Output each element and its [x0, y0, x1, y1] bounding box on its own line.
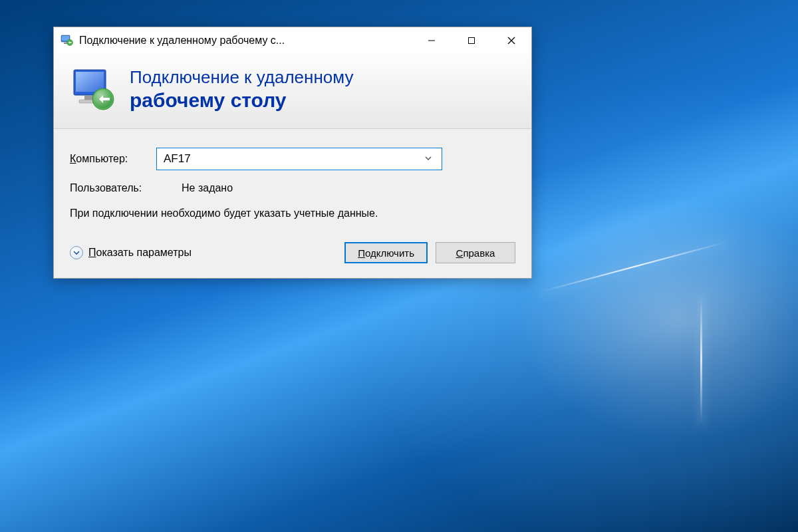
window-title: Подключение к удаленному рабочему с...: [79, 35, 412, 47]
user-label: Пользователь:: [70, 182, 156, 194]
expand-down-icon: [70, 246, 83, 259]
action-buttons: Подключить Справка: [344, 242, 515, 263]
dialog-footer: Показать параметры Подключить Справка: [70, 242, 515, 263]
maximize-button[interactable]: [452, 27, 491, 54]
user-row: Пользователь: Не задано: [70, 182, 515, 194]
help-button[interactable]: Справка: [436, 242, 515, 263]
computer-input[interactable]: [164, 152, 422, 166]
desktop-light-streak-vertical: [700, 293, 702, 426]
svg-rect-2: [64, 43, 67, 44]
credentials-hint: При подключении необходимо будет указать…: [70, 206, 515, 221]
computer-row: Компьютер:: [70, 148, 515, 170]
minimize-button[interactable]: [412, 27, 452, 54]
svg-rect-5: [469, 38, 475, 44]
computer-combobox[interactable]: [156, 148, 442, 170]
close-button[interactable]: [491, 27, 531, 54]
window-controls: [412, 27, 531, 54]
titlebar[interactable]: Подключение к удаленному рабочему с...: [54, 27, 531, 54]
show-options-link[interactable]: Показать параметры: [70, 246, 192, 259]
dialog-content: Компьютер: Пользователь: Не задано При п…: [54, 129, 531, 278]
chevron-down-icon[interactable]: [422, 154, 435, 164]
rdp-large-icon: [70, 66, 116, 112]
user-value: Не задано: [182, 182, 233, 194]
svg-rect-1: [62, 36, 69, 41]
header-banner: Подключение к удаленному рабочему столу: [54, 54, 531, 129]
computer-label: Компьютер:: [70, 153, 156, 165]
rdp-icon: [61, 34, 74, 47]
banner-title-line2: рабочему столу: [130, 89, 353, 112]
banner-title-line1: Подключение к удаленному: [130, 67, 353, 88]
connect-button[interactable]: Подключить: [344, 242, 428, 263]
banner-text: Подключение к удаленному рабочему столу: [130, 67, 353, 112]
rdp-dialog: Подключение к удаленному рабочему с...: [53, 27, 532, 279]
